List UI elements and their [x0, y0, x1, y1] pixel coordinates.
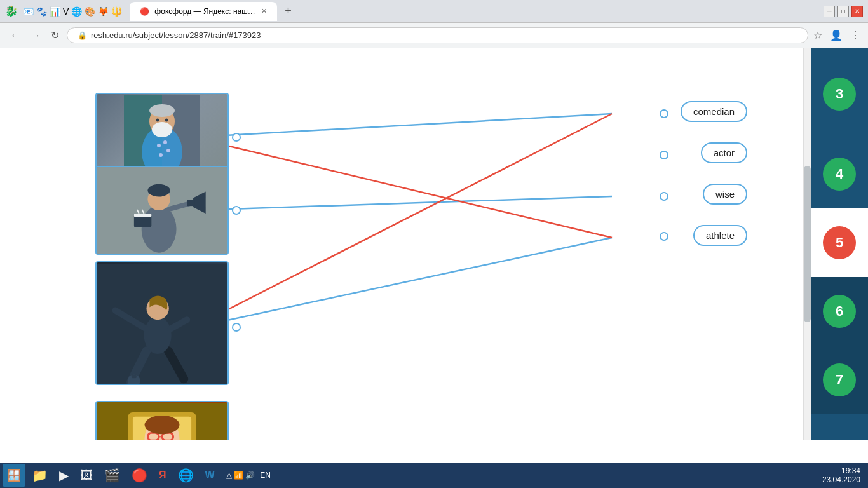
scrollbar-thumb[interactable] — [804, 166, 811, 322]
scrollbar-track[interactable] — [803, 48, 811, 440]
address-bar: ← → ↻ 🔒 resh.edu.ru/subject/lesson/2887/… — [0, 23, 868, 48]
window-controls: ─ □ ✕ — [824, 6, 863, 17]
svg-point-9 — [163, 140, 167, 144]
minimize-button[interactable]: ─ — [824, 6, 835, 17]
number-badge-6[interactable]: 6 — [823, 295, 856, 328]
url-text: resh.edu.ru/subject/lesson/2887/train/#1… — [91, 30, 261, 40]
refresh-button[interactable]: ↻ — [48, 27, 62, 44]
lock-icon: 🔒 — [78, 31, 87, 40]
bookmark-icon[interactable]: ☆ — [813, 29, 822, 41]
dot-left-2[interactable] — [232, 206, 241, 215]
new-tab-button[interactable]: + — [280, 3, 297, 19]
svg-point-11 — [166, 149, 170, 152]
svg-point-14 — [152, 122, 172, 137]
toolbar-icon-fox[interactable]: 🦊 — [98, 6, 109, 17]
number-badge-3[interactable]: 3 — [823, 78, 856, 111]
svg-point-46 — [145, 416, 180, 434]
word-label-athlete[interactable]: athlete — [693, 225, 747, 246]
image-card-2 — [95, 166, 229, 255]
taskbar-app-word[interactable]: W — [200, 464, 220, 487]
word-label-comedian[interactable]: comedian — [681, 101, 747, 122]
right-sidebar: 3 4 5 6 7 — [811, 48, 868, 440]
language-indicator[interactable]: EN — [260, 471, 271, 480]
browser-titlebar: 🐉 📧 🐾 📊 V 🌐 🎨 🦊 🔱 🔴 фоксфорд — Яндекс: н… — [0, 0, 868, 23]
toolbar-icon-email[interactable]: 📧 — [23, 6, 34, 17]
dot-right-wise[interactable] — [660, 192, 668, 201]
svg-line-1 — [192, 196, 612, 210]
toolbar-icon-palette[interactable]: 🎨 — [85, 6, 95, 17]
sidebar-segment-6: 6 — [811, 277, 868, 346]
url-bar[interactable]: 🔒 resh.edu.ru/subject/lesson/2887/train/… — [67, 27, 808, 43]
sidebar-segment-4: 4 — [811, 140, 868, 208]
svg-point-15 — [156, 118, 159, 121]
svg-rect-38 — [132, 374, 137, 378]
close-button[interactable]: ✕ — [851, 6, 863, 17]
number-badge-7[interactable]: 7 — [823, 363, 856, 396]
image-card-3 — [95, 261, 229, 385]
svg-point-13 — [149, 104, 175, 117]
sidebar-segment-3: 3 — [811, 48, 868, 140]
dot-right-actor[interactable] — [660, 151, 668, 159]
taskbar: 🪟 📁 ▶ 🖼 🎬 🔴 Я 🌐 W △ 📶 🔊 EN 19:34 23.04.2… — [0, 463, 868, 488]
svg-point-19 — [142, 205, 177, 253]
forward-button[interactable]: → — [28, 27, 43, 44]
word-label-actor[interactable]: actor — [701, 142, 747, 163]
taskbar-app-chrome[interactable]: 🌐 — [173, 464, 199, 487]
taskbar-app-yandex[interactable]: 🔴 — [126, 464, 153, 487]
dot-left-1[interactable] — [232, 133, 241, 142]
number-badge-5[interactable]: 5 — [823, 226, 856, 259]
tab-favicon: 🔴 — [140, 7, 149, 16]
toolbar-icon-yandex[interactable]: 🔱 — [111, 6, 122, 17]
dot-right-comedian[interactable] — [660, 109, 668, 118]
account-icon[interactable]: 👤 — [830, 29, 843, 41]
taskbar-app-movies[interactable]: 🎬 — [99, 464, 125, 487]
number-badge-4[interactable]: 4 — [823, 158, 856, 191]
taskbar-app-photos[interactable]: 🖼 — [75, 464, 98, 487]
active-tab[interactable]: 🔴 фоксфорд — Яндекс: нашлось... ✕ — [130, 2, 277, 21]
taskbar-app-media[interactable]: ▶ — [54, 464, 74, 487]
exercise-canvas: comedian actor wise athlete — [44, 48, 811, 440]
sidebar-segment-7: 7 — [811, 346, 868, 414]
svg-point-33 — [144, 316, 172, 354]
start-button[interactable]: 🪟 — [3, 464, 25, 487]
svg-point-8 — [157, 144, 161, 147]
word-label-wise[interactable]: wise — [703, 184, 747, 205]
toolbar-icon-globe[interactable]: 🌐 — [71, 6, 82, 17]
toolbar-icon-paw[interactable]: 🐾 — [36, 6, 47, 17]
left-margin — [0, 48, 44, 440]
tray-icons: △ 📶 🔊 — [226, 471, 255, 480]
toolbar-icon-v[interactable]: V — [63, 6, 69, 17]
system-clock: 19:34 23.04.2020 — [817, 466, 865, 484]
svg-line-4 — [192, 114, 612, 328]
sidebar-segment-5: 5 — [811, 208, 868, 277]
dot-left-3[interactable] — [232, 323, 241, 332]
back-button[interactable]: ← — [8, 27, 23, 44]
taskbar-app-search[interactable]: Я — [154, 464, 172, 487]
image-card-4 — [95, 401, 229, 440]
taskbar-app-explorer[interactable]: 📁 — [27, 464, 53, 487]
maximize-button[interactable]: □ — [837, 6, 849, 17]
system-tray: △ 📶 🔊 EN — [221, 471, 276, 480]
menu-icon[interactable]: ⋮ — [850, 29, 860, 41]
clock-time: 19:34 — [822, 466, 860, 475]
main-content: comedian actor wise athlete 3 4 — [0, 48, 868, 440]
svg-line-0 — [192, 114, 612, 137]
dot-right-athlete[interactable] — [660, 232, 668, 241]
toolbar-icon-chart[interactable]: 📊 — [50, 6, 60, 17]
svg-line-2 — [192, 238, 612, 328]
svg-line-3 — [192, 137, 612, 238]
tab-title: фоксфорд — Яндекс: нашлось... — [154, 7, 256, 16]
svg-point-10 — [159, 153, 163, 157]
svg-point-21 — [147, 184, 170, 197]
clock-date: 23.04.2020 — [822, 475, 860, 484]
svg-point-16 — [165, 118, 168, 121]
svg-rect-24 — [187, 200, 194, 206]
svg-rect-26 — [134, 214, 151, 217]
browser-icon: 🐉 — [5, 5, 18, 17]
tab-close-button[interactable]: ✕ — [261, 7, 267, 15]
